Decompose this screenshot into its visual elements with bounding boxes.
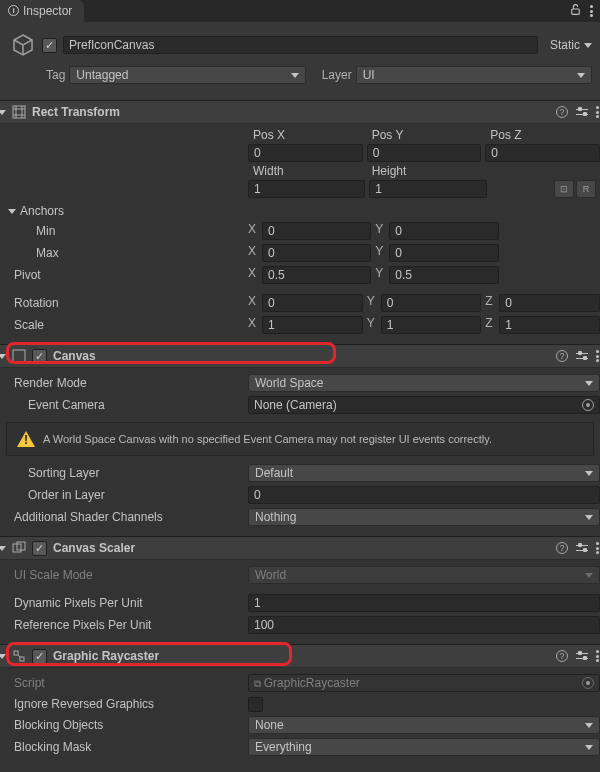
rot-z-input[interactable]: 0: [499, 294, 600, 312]
height-input[interactable]: 1: [369, 180, 486, 198]
scale-y-input[interactable]: 1: [381, 316, 482, 334]
gameobject-name-input[interactable]: PrefIconCanvas: [63, 36, 538, 54]
recttransform-icon: [12, 105, 26, 119]
anchor-min-y-input[interactable]: 0: [389, 222, 498, 240]
pivot-y-input[interactable]: 0.5: [389, 266, 498, 284]
presets-icon[interactable]: [576, 542, 588, 554]
render-mode-label: Render Mode: [0, 376, 248, 390]
anchors-label: Anchors: [20, 204, 64, 218]
ui-scale-mode-dropdown: World: [248, 566, 600, 584]
posy-col-label: Pos Y: [367, 128, 482, 142]
shader-channels-dropdown[interactable]: Nothing: [248, 508, 600, 526]
object-picker-icon: [582, 677, 594, 689]
chevron-down-icon: [585, 745, 593, 750]
static-label: Static: [550, 38, 580, 52]
inspector-tab-label: Inspector: [23, 4, 72, 18]
dynamic-ppu-label: Dynamic Pixels Per Unit: [0, 596, 248, 610]
anchor-min-x-input[interactable]: 0: [262, 222, 371, 240]
tag-dropdown[interactable]: Untagged: [69, 66, 305, 84]
blueprint-mode-button[interactable]: ⊡: [554, 180, 574, 198]
event-camera-value: None (Camera): [254, 398, 337, 412]
sorting-layer-dropdown[interactable]: Default: [248, 464, 600, 482]
fold-icon[interactable]: [0, 354, 6, 359]
canvas-icon: [12, 349, 26, 363]
sorting-layer-label: Sorting Layer: [0, 466, 248, 480]
tag-value: Untagged: [76, 68, 128, 82]
chevron-down-icon: [585, 573, 593, 578]
presets-icon[interactable]: [576, 650, 588, 662]
raycaster-title: Graphic Raycaster: [53, 649, 550, 663]
fold-icon[interactable]: [0, 110, 6, 115]
dynamic-ppu-input[interactable]: 1: [248, 594, 600, 612]
blocking-objects-dropdown[interactable]: None: [248, 716, 600, 734]
gameobject-enabled-checkbox[interactable]: ✓: [42, 38, 57, 53]
presets-icon[interactable]: [576, 106, 588, 118]
layer-label: Layer: [310, 68, 352, 82]
help-icon[interactable]: ?: [556, 350, 568, 362]
panel-menu-icon[interactable]: [590, 5, 594, 17]
render-mode-dropdown[interactable]: World Space: [248, 374, 600, 392]
anchor-max-y-input[interactable]: 0: [389, 244, 498, 262]
order-label: Order in Layer: [0, 488, 248, 502]
help-icon[interactable]: ?: [556, 650, 568, 662]
lock-icon[interactable]: [569, 3, 582, 19]
presets-icon[interactable]: [576, 350, 588, 362]
raycaster-enabled-checkbox[interactable]: ✓: [32, 649, 47, 664]
script-field: ⧉ GraphicRaycaster: [248, 674, 600, 692]
scale-label: Scale: [0, 318, 248, 332]
component-menu-icon[interactable]: [596, 650, 600, 662]
ref-ppu-input[interactable]: 100: [248, 616, 600, 634]
help-icon[interactable]: ?: [556, 106, 568, 118]
inspector-tab[interactable]: i Inspector: [0, 0, 84, 22]
component-menu-icon[interactable]: [596, 350, 600, 362]
order-input[interactable]: 0: [248, 486, 600, 504]
svg-rect-5: [14, 651, 18, 655]
fold-icon[interactable]: [0, 654, 6, 659]
posx-col-label: Pos X: [248, 128, 363, 142]
width-input[interactable]: 1: [248, 180, 365, 198]
rot-x-input[interactable]: 0: [262, 294, 363, 312]
svg-rect-6: [20, 657, 24, 661]
component-menu-icon[interactable]: [596, 106, 600, 118]
render-mode-value: World Space: [255, 376, 323, 390]
blocking-mask-value: Everything: [255, 740, 312, 754]
ignore-reversed-checkbox[interactable]: [248, 697, 263, 712]
chevron-down-icon: [291, 73, 299, 78]
chevron-down-icon: [585, 723, 593, 728]
object-picker-icon[interactable]: [582, 399, 594, 411]
help-icon[interactable]: ?: [556, 542, 568, 554]
posx-input[interactable]: 0: [248, 144, 363, 162]
height-col-label: Height: [367, 164, 482, 178]
component-menu-icon[interactable]: [596, 542, 600, 554]
scale-x-input[interactable]: 1: [262, 316, 363, 334]
ignore-reversed-label: Ignore Reversed Graphics: [0, 697, 248, 711]
raw-edit-button[interactable]: R: [576, 180, 596, 198]
shader-channels-value: Nothing: [255, 510, 296, 524]
event-camera-field[interactable]: None (Camera): [248, 396, 600, 414]
canvas-scaler-icon: [12, 541, 26, 555]
posy-input[interactable]: 0: [367, 144, 482, 162]
anchor-max-x-input[interactable]: 0: [262, 244, 371, 262]
width-col-label: Width: [248, 164, 363, 178]
svg-rect-0: [572, 9, 580, 14]
shader-channels-label: Additional Shader Channels: [0, 510, 248, 524]
posz-col-label: Pos Z: [485, 128, 600, 142]
static-dropdown-icon[interactable]: [584, 43, 592, 48]
blocking-objects-label: Blocking Objects: [0, 718, 248, 732]
pivot-x-input[interactable]: 0.5: [262, 266, 371, 284]
layer-dropdown[interactable]: UI: [356, 66, 592, 84]
canvas-scaler-enabled-checkbox[interactable]: ✓: [32, 541, 47, 556]
canvas-enabled-checkbox[interactable]: ✓: [32, 349, 47, 364]
posz-input[interactable]: 0: [485, 144, 600, 162]
chevron-down-icon: [585, 471, 593, 476]
rot-y-input[interactable]: 0: [381, 294, 482, 312]
ui-scale-mode-label: UI Scale Mode: [0, 568, 248, 582]
event-camera-label: Event Camera: [0, 398, 248, 412]
inspector-icon: i: [8, 5, 19, 16]
scale-z-input[interactable]: 1: [499, 316, 600, 334]
anchors-fold-icon[interactable]: [8, 209, 16, 214]
blocking-mask-dropdown[interactable]: Everything: [248, 738, 600, 756]
chevron-down-icon: [585, 381, 593, 386]
fold-icon[interactable]: [0, 546, 6, 551]
ref-ppu-label: Reference Pixels Per Unit: [0, 618, 248, 632]
